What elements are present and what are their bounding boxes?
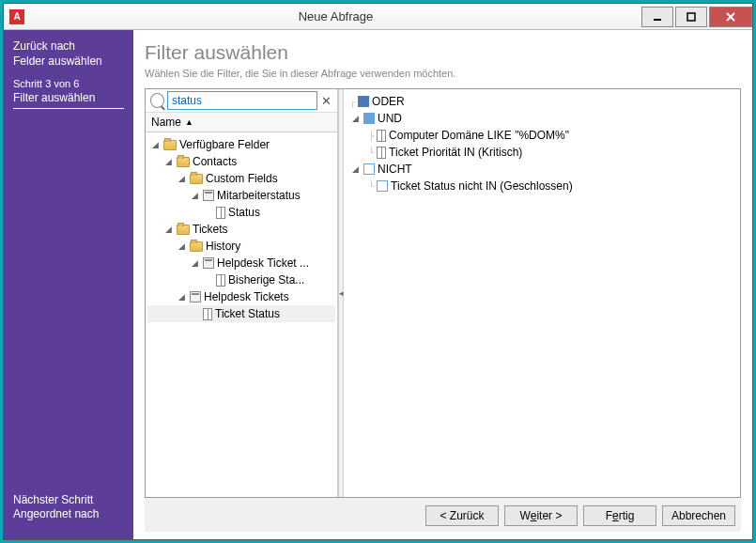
folder-icon: [177, 157, 190, 167]
clear-search-button[interactable]: ✕: [317, 94, 335, 108]
tree-node-bisherige[interactable]: Bisherige Sta...: [147, 272, 335, 288]
tree-label: Contacts: [193, 155, 237, 168]
filter-node-oder[interactable]: ┌ODER: [347, 93, 736, 110]
filter-node-status[interactable]: └Ticket Status nicht IN (Geschlossen): [347, 178, 736, 194]
table-icon: [203, 190, 214, 201]
or-operator-icon: [358, 96, 369, 107]
filter-label: ODER: [372, 95, 405, 108]
folder-icon: [177, 225, 190, 235]
splitter[interactable]: ◂: [338, 89, 344, 497]
window-title: Neue Abfrage: [30, 9, 641, 23]
column-icon: [377, 147, 386, 159]
filter-node-und[interactable]: ◢UND: [347, 110, 736, 127]
condition-icon: [377, 180, 388, 192]
search-input[interactable]: [167, 91, 317, 110]
search-icon: [150, 93, 164, 108]
filter-label: Ticket Status nicht IN (Geschlossen): [391, 179, 573, 193]
tree-node-mitarbeiterstatus[interactable]: ◢Mitarbeiterstatus: [147, 187, 335, 204]
not-operator-icon: [363, 163, 375, 175]
folder-icon: [190, 241, 203, 252]
filter-node-priority[interactable]: └Ticket Priorität IN (Kritisch): [347, 144, 736, 161]
svg-rect-1: [687, 13, 695, 21]
titlebar: A Neue Abfrage: [4, 4, 752, 30]
filter-node-computer[interactable]: ├Computer Domäne LIKE "%DOM%": [347, 127, 736, 144]
back-link[interactable]: Zurück nach Felder auswählen: [13, 39, 124, 69]
app-icon: A: [9, 9, 24, 24]
column-icon: [377, 130, 386, 142]
tree-node-root[interactable]: ◢Verfügbare Felder: [147, 136, 335, 153]
next-step-line2: Angeordnet nach: [13, 507, 124, 522]
wizard-sidebar: Zurück nach Felder auswählen Schritt 3 v…: [4, 30, 133, 539]
cancel-button[interactable]: Abbrechen: [662, 505, 735, 526]
next-step-line1: Nächster Schritt: [13, 493, 124, 508]
tree-label: Ticket Status: [215, 307, 280, 320]
tree-node-tickets[interactable]: ◢Tickets: [147, 221, 335, 238]
tree-label: Status: [228, 206, 260, 219]
tree-node-helpdesk-ticket[interactable]: ◢Helpdesk Ticket ...: [147, 255, 335, 272]
tree-node-status[interactable]: Status: [147, 204, 335, 221]
filter-label: Ticket Priorität IN (Kritisch): [389, 146, 522, 159]
tree-node-ticket-status[interactable]: Ticket Status: [147, 305, 335, 322]
folder-icon: [163, 140, 177, 150]
filter-label: UND: [378, 112, 402, 125]
column-icon: [203, 308, 212, 320]
next-button[interactable]: Weiter >: [504, 505, 578, 526]
tree-label: Verfügbare Felder: [179, 138, 270, 151]
tree-label: Helpdesk Ticket ...: [217, 256, 309, 270]
finish-button[interactable]: Fertig: [583, 505, 656, 526]
filter-label: Computer Domäne LIKE "%DOM%": [389, 129, 569, 142]
tree-label: Bisherige Sta...: [228, 273, 304, 287]
column-icon: [216, 274, 225, 287]
filter-tree[interactable]: ┌ODER ◢UND ├Computer Domäne LIKE "%DOM%"…: [344, 89, 740, 497]
step-number: Schritt 3 von 6: [13, 78, 124, 89]
tree-label: Mitarbeiterstatus: [217, 189, 301, 202]
filter-node-nicht[interactable]: ◢NICHT: [347, 161, 736, 178]
fields-tree[interactable]: ◢Verfügbare Felder ◢Contacts ◢Custom Fie…: [146, 132, 337, 497]
back-link-line1: Zurück nach: [13, 39, 124, 54]
back-button[interactable]: < Zurück: [425, 505, 499, 526]
table-icon: [203, 257, 214, 269]
filter-label: NICHT: [378, 163, 412, 176]
tree-node-contacts[interactable]: ◢Contacts: [147, 153, 335, 170]
column-icon: [216, 207, 225, 219]
next-step-link[interactable]: Nächster Schritt Angeordnet nach: [13, 493, 124, 530]
step-title: Filter auswählen: [13, 91, 124, 109]
page-heading: Filter auswählen: [145, 41, 741, 64]
tree-label: Tickets: [193, 223, 228, 236]
tree-node-history[interactable]: ◢History: [147, 238, 335, 255]
close-button[interactable]: [709, 7, 752, 27]
column-header-name[interactable]: Name ▲: [146, 112, 337, 132]
available-fields-panel: ✕ Name ▲ ◢Verfügbare Felder ◢Contacts ◢C…: [146, 89, 338, 497]
page-subheading: Wählen Sie die Filter, die Sie in dieser…: [145, 68, 741, 79]
table-icon: [190, 291, 201, 303]
tree-label: Custom Fields: [206, 172, 278, 185]
tree-node-custom-fields[interactable]: ◢Custom Fields: [147, 170, 335, 187]
folder-icon: [190, 174, 203, 184]
tree-label: Helpdesk Tickets: [204, 290, 289, 303]
button-label: < Zurück: [440, 509, 484, 522]
and-operator-icon: [363, 113, 375, 124]
back-link-line2: Felder auswählen: [13, 54, 124, 70]
tree-label: History: [206, 240, 240, 253]
minimize-button[interactable]: [641, 7, 673, 27]
sort-asc-icon: ▲: [185, 117, 193, 127]
column-header-label: Name: [151, 116, 181, 129]
button-label: Abbrechen: [671, 509, 726, 522]
tree-node-helpdesk-tickets[interactable]: ◢Helpdesk Tickets: [147, 288, 335, 305]
maximize-button[interactable]: [675, 7, 707, 27]
